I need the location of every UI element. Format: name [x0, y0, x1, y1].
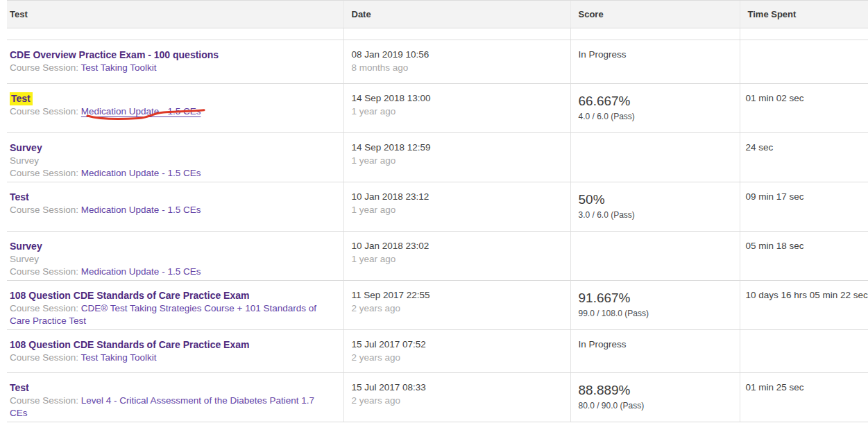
table-row: Survey Survey Course Session: Medication…: [7, 232, 868, 281]
date-cell: 11 Sep 2017 22:55 2 years ago: [343, 281, 570, 330]
test-title-link[interactable]: Test: [10, 191, 29, 202]
date-cell: 15 Jul 2017 08:33 2 years ago: [343, 373, 570, 422]
score-fraction: 99.0 / 108.0 (Pass): [579, 308, 733, 320]
date-value: 10 Jan 2018 23:02: [352, 240, 563, 252]
date-cell: 08 Jan 2019 10:56 8 months ago: [343, 40, 570, 84]
score-percent: 88.889%: [579, 381, 733, 399]
test-subtitle: Survey: [10, 253, 334, 266]
table-row: Test Course Session: Level 4 - Critical …: [7, 373, 868, 422]
course-session-link[interactable]: Medication Update - 1.5 CEs: [81, 168, 201, 178]
course-session-link[interactable]: Medication Update - 1.5 CEs: [81, 205, 201, 215]
clipped-row-stub: [7, 28, 868, 40]
date-value: 15 Jul 2017 07:52: [352, 338, 563, 351]
time-spent-value: 10 days 16 hrs 05 min 22 sec: [746, 289, 868, 302]
table-row: 108 Question CDE Standards of Care Pract…: [7, 281, 868, 330]
time-spent-cell: [740, 40, 868, 84]
date-value: 15 Jul 2017 08:33: [352, 381, 563, 394]
time-spent-value: 05 min 18 sec: [746, 240, 868, 252]
course-session-label: Course Session:: [10, 205, 81, 215]
date-cell: 14 Sep 2018 12:59 1 year ago: [343, 133, 570, 182]
score-status: In Progress: [579, 338, 733, 351]
score-cell: In Progress: [570, 40, 740, 84]
course-session-label: Course Session:: [10, 106, 81, 116]
score-cell: [570, 133, 740, 182]
date-relative: 1 year ago: [352, 105, 563, 118]
column-header-score[interactable]: Score: [570, 1, 740, 28]
date-cell: 10 Jan 2018 23:12 1 year ago: [343, 182, 570, 232]
time-spent-value: 01 min 25 sec: [746, 381, 868, 394]
course-session-label: Course Session:: [10, 62, 81, 73]
date-relative: 1 year ago: [352, 154, 563, 167]
score-cell: 91.667% 99.0 / 108.0 (Pass): [570, 281, 740, 330]
score-cell: 66.667% 4.0 / 6.0 (Pass): [570, 84, 740, 133]
course-session-label: Course Session:: [10, 395, 81, 406]
column-header-test[interactable]: Test: [7, 1, 343, 28]
time-spent-cell: 01 min 25 sec: [740, 373, 868, 422]
date-value: 11 Sep 2017 22:55: [352, 289, 563, 302]
red-underline-annotation: [78, 108, 207, 121]
test-cell: Survey Survey Course Session: Medication…: [7, 232, 343, 281]
score-percent: 91.667%: [579, 289, 733, 307]
course-session-label: Course Session:: [10, 352, 81, 363]
time-spent-value: 01 min 02 sec: [746, 92, 868, 105]
score-percent: 66.667%: [579, 92, 733, 110]
table-row: Survey Survey Course Session: Medication…: [7, 133, 868, 182]
score-fraction: 4.0 / 6.0 (Pass): [579, 111, 733, 123]
time-spent-cell: 09 min 17 sec: [740, 182, 868, 232]
score-cell: [570, 232, 740, 281]
time-spent-cell: 24 sec: [740, 133, 868, 182]
test-subtitle: Survey: [10, 155, 334, 167]
time-spent-cell: 05 min 18 sec: [740, 232, 868, 281]
course-session-link[interactable]: Test Taking Toolkit: [81, 62, 157, 73]
test-cell: Test Course Session: Level 4 - Critical …: [7, 373, 343, 422]
test-title-link[interactable]: CDE Overview Practice Exam - 100 questio…: [10, 49, 219, 60]
time-spent-cell: 01 min 02 sec: [740, 84, 868, 133]
table-row: 108 Question CDE Standards of Care Pract…: [7, 330, 868, 373]
score-cell: 50% 3.0 / 6.0 (Pass): [570, 182, 740, 232]
test-cell: 108 Question CDE Standards of Care Pract…: [7, 281, 343, 330]
test-title-link[interactable]: Survey: [10, 142, 42, 153]
date-cell: 15 Jul 2017 07:52 2 years ago: [343, 330, 570, 373]
date-value: 10 Jan 2018 23:12: [352, 191, 563, 203]
date-value: 14 Sep 2018 12:59: [352, 141, 563, 154]
test-cell: Survey Survey Course Session: Medication…: [7, 133, 343, 182]
score-fraction: 3.0 / 6.0 (Pass): [579, 209, 733, 221]
test-cell: 108 Question CDE Standards of Care Pract…: [7, 330, 343, 373]
score-percent: 50%: [579, 191, 733, 208]
date-relative: 1 year ago: [352, 252, 563, 266]
column-header-time-spent[interactable]: Time Spent: [740, 1, 868, 28]
time-spent-cell: 10 days 16 hrs 05 min 22 sec: [740, 281, 868, 330]
test-title-link-highlighted[interactable]: Test: [10, 92, 33, 105]
course-session-link[interactable]: Test Taking Toolkit: [81, 352, 157, 363]
time-spent-value: 24 sec: [746, 141, 868, 154]
date-relative: 1 year ago: [352, 203, 563, 216]
score-fraction: 80.0 / 90.0 (Pass): [579, 400, 733, 412]
score-cell: 88.889% 80.0 / 90.0 (Pass): [570, 373, 740, 422]
table-row: CDE Overview Practice Exam - 100 questio…: [7, 40, 868, 84]
date-value: 14 Sep 2018 13:00: [352, 92, 563, 105]
time-spent-cell: [740, 330, 868, 373]
score-cell: In Progress: [570, 330, 740, 373]
course-session-label: Course Session:: [10, 168, 81, 178]
test-title-link[interactable]: Test: [10, 382, 29, 393]
date-value: 08 Jan 2019 10:56: [352, 49, 563, 61]
date-relative: 2 years ago: [352, 394, 563, 407]
score-status: In Progress: [579, 49, 733, 61]
table-row: Test Course Session: Medication Update -…: [7, 182, 868, 232]
test-title-link[interactable]: Survey: [10, 241, 42, 252]
activity-table: Test Date Score Time Spent CDE Overview …: [7, 0, 868, 422]
date-cell: 10 Jan 2018 23:02 1 year ago: [343, 232, 570, 281]
course-session-link[interactable]: Medication Update - 1.5 CEs: [81, 266, 201, 277]
test-cell: Test Course Session: Medication Update -…: [7, 84, 343, 133]
transcript-page: Test Date Score Time Spent CDE Overview …: [7, 0, 868, 422]
time-spent-value: 09 min 17 sec: [746, 191, 868, 203]
course-session-label: Course Session:: [10, 303, 81, 313]
date-relative: 2 years ago: [352, 351, 563, 364]
test-title-link[interactable]: 108 Question CDE Standards of Care Pract…: [10, 339, 249, 350]
date-relative: 8 months ago: [352, 61, 563, 74]
date-cell: 14 Sep 2018 13:00 1 year ago: [343, 84, 570, 133]
table-row-highlighted: Test Course Session: Medication Update -…: [7, 84, 868, 133]
test-title-link[interactable]: 108 Question CDE Standards of Care Pract…: [10, 290, 249, 301]
test-cell: CDE Overview Practice Exam - 100 questio…: [7, 40, 343, 84]
column-header-date[interactable]: Date: [343, 1, 570, 28]
